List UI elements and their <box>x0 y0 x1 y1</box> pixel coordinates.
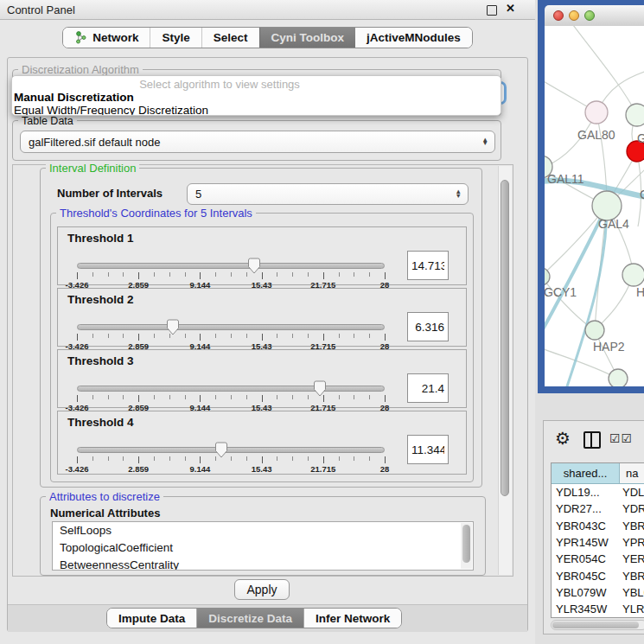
tick-mark <box>185 272 186 277</box>
tick-mark <box>200 334 201 341</box>
attributes-list-scrollbar[interactable] <box>461 523 472 569</box>
network-node[interactable] <box>585 101 608 124</box>
threshold-slider[interactable] <box>77 263 385 269</box>
slider-tick-marks <box>77 272 385 280</box>
number-of-intervals-combobox[interactable]: 5 ▲▼ <box>187 183 469 205</box>
table-row[interactable]: YLR345WYLR3 <box>552 601 644 617</box>
column-header-shared-name[interactable]: shared... <box>552 463 620 483</box>
discretization-algorithm-group-title: Discretization Algorithm <box>18 63 143 76</box>
checkboxes-icon[interactable]: ☑☑ <box>609 431 633 445</box>
tick-mark <box>292 395 293 399</box>
table-row[interactable]: YER054CYER0 <box>552 551 644 567</box>
cell-name[interactable]: YPR1 <box>619 536 644 549</box>
table-data-combobox[interactable]: galFiltered.sif default node ▲▼ <box>20 131 495 153</box>
settings-vertical-scrollbar[interactable] <box>498 166 512 575</box>
network-node-label: GAL4 <box>598 217 629 231</box>
network-window-titlebar[interactable] <box>545 5 644 27</box>
network-node-label: H <box>636 285 644 299</box>
network-node[interactable] <box>585 321 604 340</box>
tick-mark <box>123 334 124 338</box>
network-node[interactable] <box>545 268 550 285</box>
tick-mark <box>354 272 354 277</box>
network-node[interactable] <box>609 369 628 386</box>
tab-select[interactable]: Select <box>201 28 259 48</box>
cell-shared-name[interactable]: YBR045C <box>552 570 619 583</box>
tick-mark <box>323 456 324 463</box>
tab-cyni-toolbox[interactable]: Cyni Toolbox <box>259 28 356 48</box>
scale-label: 15.43 <box>252 464 272 474</box>
table-row[interactable]: YIL052CYIL0 <box>552 617 644 618</box>
cell-shared-name[interactable]: YBL079W <box>552 586 619 599</box>
network-canvas[interactable]: GAL80GALGAL11CGAL4GCY1HHAP2 <box>545 26 644 386</box>
close-traffic-light[interactable] <box>553 10 564 21</box>
table-panel: ⚙ ☑☑ shared... na YDL19...YDL1YDR27...YD… <box>543 420 644 634</box>
table-row[interactable]: YPR145WYPR1 <box>552 534 644 551</box>
threshold-slider[interactable] <box>77 324 385 330</box>
network-node[interactable] <box>592 191 622 220</box>
threshold-value-field[interactable] <box>407 435 449 464</box>
network-node[interactable] <box>622 264 644 286</box>
cell-name[interactable]: YDR2 <box>619 502 644 515</box>
cell-name[interactable]: YBR0 <box>619 520 644 532</box>
close-icon[interactable]: ✕ <box>506 2 515 15</box>
panel-title: Control Panel <box>7 3 75 16</box>
gear-icon[interactable]: ⚙ <box>555 428 571 449</box>
threshold-value-field[interactable] <box>407 251 449 280</box>
zoom-traffic-light[interactable] <box>584 10 595 21</box>
threshold-slider[interactable] <box>77 447 385 453</box>
threshold-value-field[interactable] <box>407 373 449 403</box>
algorithm-hint-item[interactable]: Select algorithm to view settings <box>12 76 427 91</box>
tab-impute-data[interactable]: Impute Data <box>107 609 196 628</box>
scrollbar-thumb[interactable] <box>462 525 470 563</box>
attribute-list-item[interactable]: TopologicalCoefficient <box>53 539 473 557</box>
attribute-list-item[interactable]: SelfLoops <box>53 522 473 539</box>
table-horizontal-scrollbar[interactable] <box>551 620 644 630</box>
popup-item-manual-discretization[interactable]: Manual Discretization <box>12 91 501 104</box>
node-table[interactable]: shared... na YDL19...YDL1YDR27...YDR2YBR… <box>551 462 644 618</box>
attribute-list-item[interactable]: BetweennessCentrality <box>53 557 473 571</box>
table-row[interactable]: YBR045CYBR0 <box>552 567 644 583</box>
tick-mark <box>108 395 109 399</box>
cell-shared-name[interactable]: YDL19... <box>552 486 619 499</box>
tab-discretize-data[interactable]: Discretize Data <box>196 609 303 628</box>
cell-shared-name[interactable]: YDR27... <box>552 502 619 515</box>
tab-jactivemnodules[interactable]: jActiveMNodules <box>355 28 472 48</box>
cell-name[interactable]: YER0 <box>619 552 644 565</box>
tab-infer-network[interactable]: Infer Network <box>303 609 401 628</box>
scrollbar-thumb[interactable] <box>552 622 639 628</box>
columns-icon[interactable] <box>583 431 601 449</box>
cell-name[interactable]: YBL0 <box>619 586 644 599</box>
table-row[interactable]: YDL19...YDL1 <box>552 484 644 501</box>
cell-name[interactable]: YDL1 <box>619 486 644 499</box>
tick-mark <box>339 272 340 277</box>
threshold-slider[interactable] <box>77 386 385 392</box>
column-header-name[interactable]: na <box>620 463 644 483</box>
numerical-attributes-list[interactable]: SelfLoopsTopologicalCoefficientBetweenne… <box>52 521 474 571</box>
minimize-traffic-light[interactable] <box>569 10 579 21</box>
tab-style[interactable]: Style <box>150 28 201 48</box>
apply-button[interactable]: Apply <box>234 579 290 600</box>
numerical-attributes-heading: Numerical Attributes <box>50 507 160 520</box>
cell-name[interactable]: YLR3 <box>619 603 644 615</box>
tab-network[interactable]: Network <box>63 28 150 48</box>
cell-shared-name[interactable]: YLR345W <box>552 603 619 615</box>
threshold-value-field[interactable] <box>407 312 449 341</box>
network-node[interactable] <box>626 104 644 126</box>
cell-shared-name[interactable]: YER054C <box>552 552 619 565</box>
cell-shared-name[interactable]: YBR043C <box>552 520 619 532</box>
float-window-icon[interactable] <box>487 5 497 16</box>
table-row[interactable]: YBR043CYBR0 <box>552 518 644 534</box>
network-edge[interactable] <box>571 26 637 115</box>
tick-mark <box>77 456 78 463</box>
cell-shared-name[interactable]: YPR145W <box>552 536 619 549</box>
tick-mark <box>215 272 216 277</box>
popup-item-equal-width-frequency[interactable]: Equal Width/Frequency Discretization <box>12 104 501 116</box>
tick-mark <box>277 456 277 461</box>
tick-mark <box>92 456 93 461</box>
table-row[interactable]: YBL079WYBL0 <box>552 584 644 601</box>
tick-mark <box>185 334 186 338</box>
table-row[interactable]: YDR27...YDR2 <box>552 501 644 517</box>
cell-name[interactable]: YBR0 <box>619 570 644 583</box>
scrollbar-thumb[interactable] <box>501 180 509 496</box>
tick-mark <box>385 272 386 279</box>
